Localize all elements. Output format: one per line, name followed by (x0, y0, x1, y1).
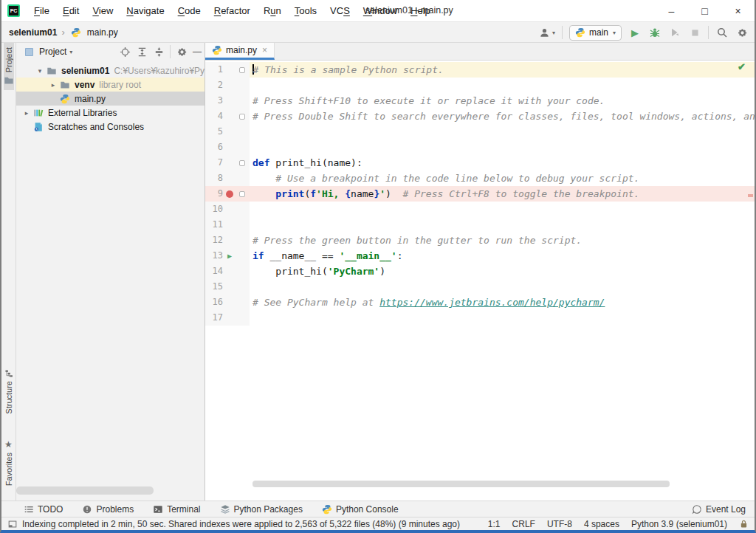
fold-marker-icon[interactable] (236, 67, 248, 73)
code-line-14[interactable]: 14 print_hi('PyCharm') (205, 264, 755, 279)
breakpoint-icon[interactable] (223, 190, 236, 198)
code-line-1[interactable]: 1# This is a sample Python script. (205, 62, 755, 78)
code-text[interactable]: print(f'Hi, {name}') # Press Ctrl+F8 to … (250, 186, 755, 202)
tree-node-external-libraries[interactable]: ▸External Libraries (16, 106, 205, 120)
code-text[interactable] (250, 279, 755, 295)
breadcrumb-file[interactable]: main.py (87, 27, 118, 38)
search-everywhere-button[interactable] (715, 26, 729, 39)
status-caret-position[interactable]: 1:1 (488, 519, 501, 529)
breadcrumb-project[interactable]: selenium01 (9, 27, 57, 38)
fold-box[interactable] (239, 114, 245, 120)
project-panel-title[interactable]: Project (39, 47, 66, 57)
close-tab-icon[interactable]: × (262, 45, 267, 55)
tree-chevron-icon[interactable]: ▸ (47, 81, 59, 89)
stripe-tab-structure[interactable]: Structure (4, 365, 13, 419)
bottom-tab-python-packages[interactable]: Python Packages (220, 504, 303, 515)
bottom-tab-terminal[interactable]: Terminal (153, 504, 200, 515)
code-line-2[interactable]: 2 (205, 78, 755, 93)
menu-item-code[interactable]: Code (171, 5, 207, 16)
menu-item-tools[interactable]: Tools (288, 5, 323, 16)
code-line-3[interactable]: 3# Press Shift+F10 to execute it or repl… (205, 93, 755, 109)
stripe-tab-project[interactable]: Project (4, 43, 14, 90)
menu-item-edit[interactable]: Edit (56, 5, 86, 16)
tree-node-selenium01[interactable]: ▾selenium01C:¥Users¥kazuhiro¥PycharmP (16, 63, 205, 78)
code-line-16[interactable]: 16# See PyCharm help at https://www.jetb… (205, 295, 755, 310)
code-text[interactable]: if __name__ == '__main__': (250, 248, 755, 264)
hide-panel-button[interactable]: — (193, 47, 202, 57)
code-line-4[interactable]: 4# Press Double Shift to search everywhe… (205, 109, 755, 124)
fold-box[interactable] (239, 67, 245, 73)
code-line-9[interactable]: 9 print(f'Hi, {name}') # Press Ctrl+F8 t… (205, 186, 755, 202)
project-tree-hscrollbar[interactable] (16, 486, 154, 495)
menu-item-file[interactable]: File (27, 5, 56, 16)
menu-item-view[interactable]: View (86, 5, 120, 16)
code-text[interactable] (250, 78, 755, 93)
run-with-coverage-button[interactable] (668, 26, 681, 39)
fold-box[interactable] (239, 191, 245, 197)
close-button[interactable]: × (721, 0, 755, 22)
code-text[interactable]: def print_hi(name): (250, 155, 755, 171)
settings-button[interactable] (735, 26, 749, 39)
run-line-icon[interactable]: ▶ (223, 248, 236, 264)
user-account-button[interactable]: ▾ (538, 26, 555, 39)
code-line-11[interactable]: 11 (205, 217, 755, 233)
debug-button[interactable] (648, 26, 662, 39)
panel-settings-button[interactable] (176, 46, 188, 58)
tree-node-scratches-and-consoles[interactable]: Scratches and Consoles (16, 120, 205, 134)
run-configuration-select[interactable]: main ▾ (569, 25, 622, 41)
event-log-button[interactable]: Event Log (692, 504, 746, 515)
code-text[interactable] (250, 124, 755, 140)
run-gutter-icon[interactable]: ▶ (227, 248, 232, 264)
maximize-button[interactable]: □ (688, 0, 721, 22)
code-line-8[interactable]: 8 # Use a breakpoint in the code line be… (205, 171, 755, 186)
status-line-separator[interactable]: CRLF (512, 519, 535, 529)
code-text[interactable]: print_hi('PyCharm') (250, 264, 755, 279)
code-line-13[interactable]: 13▶if __name__ == '__main__': (205, 248, 755, 264)
fold-marker-icon[interactable] (236, 160, 248, 166)
stripe-tab-favorites[interactable]: ★Favorites (4, 435, 13, 490)
editor-hscrollbar[interactable] (252, 481, 670, 487)
code-line-7[interactable]: 7def print_hi(name): (205, 155, 755, 171)
code-line-5[interactable]: 5 (205, 124, 755, 140)
run-button[interactable]: ▶ (628, 26, 642, 39)
editor-tab-main-py[interactable]: main.py × (205, 43, 275, 60)
tree-node-main-py[interactable]: main.py (16, 92, 205, 106)
status-message[interactable]: Indexing completed in 2 min, 50 sec. Sha… (22, 519, 460, 529)
code-text[interactable]: # Press the green button in the gutter t… (250, 233, 755, 248)
code-text[interactable]: # See PyCharm help at https://www.jetbra… (250, 295, 755, 310)
error-stripe-mark[interactable] (748, 194, 753, 197)
code-text[interactable] (250, 217, 755, 233)
collapse-all-button[interactable] (153, 46, 165, 58)
inspections-ok-icon[interactable]: ✔ (738, 61, 746, 72)
code-text[interactable] (250, 202, 755, 217)
tree-chevron-icon[interactable]: ▸ (21, 109, 32, 117)
bottom-tab-problems[interactable]: Problems (82, 504, 134, 515)
fold-marker-icon[interactable] (236, 191, 248, 197)
status-indent[interactable]: 4 spaces (584, 519, 619, 529)
code-text[interactable]: # This is a sample Python script. (250, 62, 755, 78)
code-line-15[interactable]: 15 (205, 279, 755, 295)
code-editor[interactable]: ✔ 1# This is a sample Python script.23# … (205, 61, 755, 501)
expand-all-button[interactable] (136, 46, 148, 58)
lock-icon[interactable] (739, 519, 749, 529)
menu-item-vcs[interactable]: VCS (323, 5, 357, 16)
tree-node-venv[interactable]: ▸venvlibrary root (16, 78, 205, 92)
menu-item-refactor[interactable]: Refactor (207, 5, 257, 16)
code-text[interactable]: # Use a breakpoint in the code line belo… (250, 171, 755, 186)
status-encoding[interactable]: UTF-8 (547, 519, 572, 529)
tool-window-switcher-icon[interactable] (7, 519, 18, 529)
bottom-tab-todo[interactable]: TODO (24, 504, 63, 515)
locate-file-button[interactable] (119, 46, 131, 58)
status-interpreter[interactable]: Python 3.9 (selenium01) (631, 519, 727, 529)
code-text[interactable]: # Press Shift+F10 to execute it or repla… (250, 93, 755, 109)
code-text[interactable] (250, 310, 755, 326)
code-line-12[interactable]: 12# Press the green button in the gutter… (205, 233, 755, 248)
code-text[interactable] (250, 140, 755, 155)
breakpoint-dot-icon[interactable] (226, 190, 233, 198)
bottom-tab-python-console[interactable]: Python Console (322, 504, 399, 515)
stop-button[interactable] (688, 26, 701, 39)
code-text[interactable]: # Press Double Shift to search everywher… (250, 109, 755, 124)
menu-item-navigate[interactable]: Navigate (120, 5, 171, 16)
minimize-button[interactable]: – (655, 0, 688, 22)
code-line-6[interactable]: 6 (205, 140, 755, 155)
